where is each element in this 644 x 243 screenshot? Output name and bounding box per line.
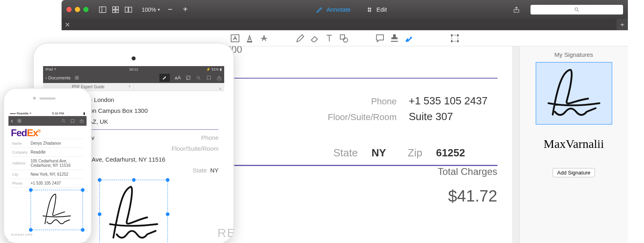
svg-point-18 <box>457 34 458 35</box>
signature-thumb-1[interactable] <box>536 62 612 125</box>
total-charges-label: Total Charges <box>438 166 497 177</box>
ipad-pen-button[interactable] <box>159 74 170 82</box>
search-input[interactable] <box>530 5 623 15</box>
title-bar: 100% ▾ − + Annotate Edit UEBUG 下载站 .com <box>62 0 628 19</box>
signatures-panel-title: My Signatures <box>555 51 593 58</box>
iphone-document: FedEx® NameDenys Zhadanov CompanyReaddle… <box>8 126 87 238</box>
signature-glyph <box>100 180 167 243</box>
name-label: Name <box>11 139 29 148</box>
share-icon[interactable] <box>79 118 84 123</box>
address-value: 105 Cedarhurst Ave, Cedarhurst, NY 11516 <box>29 157 84 170</box>
edit-label: Edit <box>376 6 387 13</box>
svg-point-19 <box>451 40 452 42</box>
zip-label: Zip <box>408 147 422 159</box>
back-icon[interactable]: ‹ <box>11 117 13 125</box>
svg-rect-21 <box>75 76 77 78</box>
fedex-logo: FedEx® <box>11 127 84 139</box>
iphone-carrier: ••••• Readdle ᯤ <box>10 112 33 115</box>
zoom-controls: 100% ▾ − + <box>142 5 190 14</box>
search-icon[interactable] <box>196 75 201 81</box>
note-icon[interactable] <box>375 33 385 44</box>
iphone-signature-selection[interactable] <box>31 190 83 230</box>
svg-rect-6 <box>125 7 128 12</box>
ipad-status-time: 16:11 <box>43 67 224 71</box>
window-close-button[interactable] <box>66 7 72 12</box>
close-icon[interactable]: × <box>219 87 221 91</box>
svg-rect-22 <box>77 76 79 78</box>
select-icon[interactable] <box>450 33 460 44</box>
iphone-speaker-icon <box>39 98 56 100</box>
signature-2-text: MaxVarnalii <box>544 137 604 151</box>
signature-thumb-2[interactable]: MaxVarnalii <box>536 132 612 156</box>
tab-add-button[interactable]: ＋ <box>617 19 628 30</box>
shape-icon[interactable] <box>339 33 349 44</box>
tab-close-button[interactable]: ✕ <box>62 19 73 30</box>
ipad-tab-2[interactable]: × <box>134 86 224 88</box>
stamp-icon[interactable] <box>389 33 400 44</box>
city-value: New York, NY, 61252 <box>29 170 84 179</box>
highlight-text-icon[interactable] <box>244 33 255 44</box>
pen-icon[interactable] <box>295 33 305 44</box>
window-zoom-button[interactable] <box>83 7 89 12</box>
state-value: NY <box>372 147 386 159</box>
traffic-lights <box>66 7 89 12</box>
iphone-screen: ••••• Readdle ᯤ 5:10 PM ▮ ‹ FedEx® NameD… <box>8 110 87 243</box>
grid-view-icon[interactable] <box>111 5 120 14</box>
eraser-icon[interactable] <box>310 33 320 44</box>
text-tool-icon[interactable] <box>324 33 334 44</box>
zip-value: 61252 <box>436 147 465 159</box>
company-value: Readdle <box>29 148 84 157</box>
zoom-value: 100% <box>142 6 156 13</box>
share-icon[interactable] <box>217 75 222 81</box>
grid-icon[interactable] <box>17 118 22 123</box>
text-size-icon[interactable]: ᴀA <box>175 75 181 81</box>
ipad-floor-lbl: Floor/Suite/Room <box>171 145 219 152</box>
window-minimize-button[interactable] <box>75 7 80 12</box>
close-icon[interactable]: × <box>128 84 131 89</box>
svg-rect-2 <box>113 6 115 9</box>
ipad-camera-icon <box>132 56 136 60</box>
annotate-label: Annotate <box>326 6 351 13</box>
state-label: State <box>333 147 358 159</box>
search-icon[interactable] <box>61 118 66 123</box>
svg-rect-16 <box>452 35 458 41</box>
floor-value: Suite 307 <box>409 110 497 123</box>
bookmark-icon[interactable] <box>206 75 212 81</box>
bookmark-icon[interactable] <box>70 118 75 124</box>
ipad-nav-bar: ‹ Documents ᴀA <box>43 73 224 83</box>
phone-label: Phone <box>11 179 29 188</box>
address-label: Address <box>11 157 29 170</box>
compose-icon[interactable] <box>186 75 191 81</box>
sidebar-toggle-icon[interactable] <box>98 5 107 14</box>
signature-footer-label: SIGNATURE <box>11 233 84 237</box>
svg-line-10 <box>578 10 579 11</box>
svg-rect-5 <box>116 10 118 12</box>
two-page-view-icon[interactable] <box>124 5 133 14</box>
share-icon[interactable] <box>513 5 520 14</box>
back-button[interactable]: ‹ Documents <box>45 75 70 80</box>
grid-icon[interactable] <box>74 75 79 80</box>
iphone-status-bar: ••••• Readdle ᯤ 5:10 PM ▮ <box>8 110 87 116</box>
tab-strip: ✕ ＋ <box>62 19 628 30</box>
svg-rect-29 <box>18 119 19 121</box>
svg-point-20 <box>457 40 458 42</box>
floor-label: Floor/Suite/Room <box>308 112 397 123</box>
total-charges-value: $41.72 <box>438 187 497 205</box>
zoom-dropdown[interactable]: 100% ▾ <box>142 6 160 13</box>
zoom-in-button[interactable]: + <box>181 5 190 14</box>
text-style-icon[interactable] <box>230 33 240 44</box>
signature-tool-icon[interactable] <box>404 33 414 44</box>
annotate-mode-button[interactable]: Annotate <box>316 6 351 13</box>
iphone-battery-icon: ▮ <box>83 112 85 115</box>
signature-glyph <box>539 65 609 122</box>
edit-mode-button[interactable]: Edit <box>366 6 387 13</box>
iphone-time: 5:10 PM <box>52 112 64 115</box>
add-signature-button[interactable]: Add Signature <box>553 168 594 177</box>
ipad-signature-selection[interactable] <box>99 180 168 243</box>
strikethrough-icon[interactable] <box>259 33 269 44</box>
svg-rect-3 <box>116 6 118 9</box>
phone-label: Phone <box>308 96 397 107</box>
phone-value: +1 535 105 2437 <box>409 95 497 107</box>
zoom-out-button[interactable]: − <box>165 5 175 14</box>
signature-glyph <box>31 190 83 230</box>
